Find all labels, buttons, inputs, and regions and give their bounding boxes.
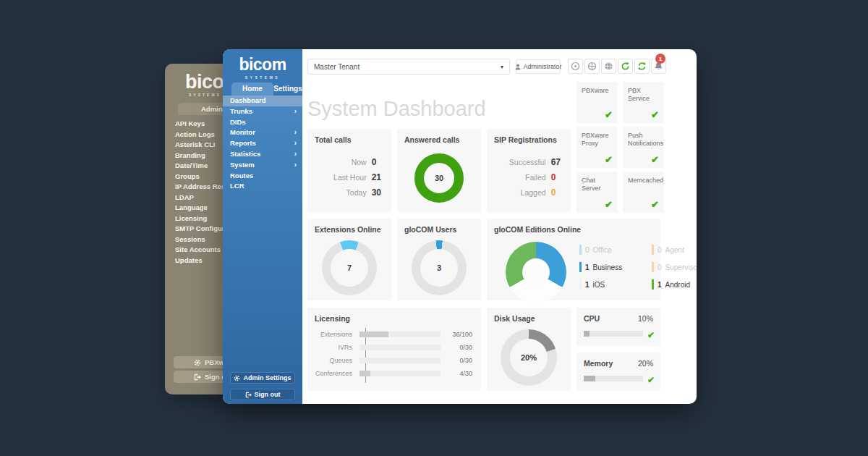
bicom-logo: bicom [223,55,302,75]
licensing-row-extensions: Extensions 36/100 [315,331,472,337]
glocom-editions-legend: 0 Office 1 Business 1 iOS 0 Agent 0 [579,245,697,290]
glocom-users-card: gloCOM Users 3 [397,219,481,300]
extensions-online-value: 7 [331,249,368,287]
memory-card: Memory 20% ✔ [576,352,660,391]
legend-item-office: 0 Office [579,245,643,255]
legend-item-business: 1 Business [579,262,643,272]
gear-icon [194,359,201,366]
sidebar-item-trunks[interactable]: Trunks› [223,106,302,117]
progress-bar [359,371,441,376]
memory-progress-bar [584,376,643,381]
chevron-right-icon: › [294,149,297,160]
extensions-online-donut: 7 [322,240,377,295]
target-dot-icon [571,62,580,71]
service-card-pbxware-proxy: PBXware Proxy ✔ [576,127,618,168]
licensing-row-queues: Queues 0/30 [315,357,472,363]
status-indicator-button[interactable] [568,59,583,74]
licensing-row-ivrs: IVRs 0/30 [315,344,472,350]
disk-usage-donut: 20% [501,329,557,386]
licensing-row-conferences: Conferences 4/30 [315,370,472,376]
service-card-pbx-service: PBX Service ✔ [623,82,664,123]
network-button[interactable] [584,59,600,74]
extensions-online-card: Extensions Online 7 [307,219,391,300]
sip-registrations-card: SIP Registrations Successful67 Failed0 L… [487,129,571,212]
sidebar-item-monitor[interactable]: Monitor› [223,127,302,138]
check-icon: ✔ [651,109,659,120]
legend-item-android: 1 Android [652,279,697,290]
check-icon: ✔ [647,375,655,385]
licensing-card: Licensing Extensions 36/100 IVRs 0/30 Qu… [307,308,481,391]
memory-value: 20% [638,359,653,368]
crosshair-globe-icon [587,62,597,71]
sync-icon [637,62,647,71]
sidebar-menu: Dashboard Trunks› DIDs Monitor› Reports›… [223,96,302,192]
globe-button[interactable] [601,59,616,74]
check-icon: ✔ [651,199,659,210]
chevron-right-icon: › [294,106,297,117]
glocom-editions-donut [506,242,566,303]
legend-swatch [579,279,582,290]
service-card-pbxware: PBXware ✔ [576,82,618,123]
licensing-rows: Extensions 36/100 IVRs 0/30 Queues 0/30 … [315,331,472,376]
bicom-logo-subtitle: SYSTEMS [189,93,221,97]
legend-item-ios: 1 iOS [579,279,643,290]
sidebar: bicom SYSTEMS Home Settings Dashboard Tr… [223,49,302,404]
glocom-editions-card: gloCOM Editions Online 0 Office 1 Busine… [487,219,660,300]
total-calls-card: Total calls Now0 Last Hour21 Today30 [307,129,391,212]
service-card-push-notifications: Push Notifications ✔ [623,127,664,168]
chevron-right-icon: › [294,160,297,171]
sidebar-item-lcr[interactable]: LCR [223,181,302,192]
progress-bar [359,358,441,363]
legend-swatch [652,262,654,272]
progress-bar [359,332,441,337]
sync-button[interactable] [634,59,650,74]
administrator-button[interactable]: Administrator [516,59,561,74]
service-card-chat-server: Chat Server ✔ [576,172,618,213]
total-calls-values: Now0 Last Hour21 Today30 [333,158,381,198]
pbxware-dashboard-window: bicom SYSTEMS Home Settings Dashboard Tr… [223,49,697,404]
chevron-right-icon: › [294,138,297,149]
user-icon [515,64,521,70]
globe-icon [604,62,613,71]
sidebar-item-dids[interactable]: DIDs [223,117,302,128]
glocom-users-donut: 3 [412,240,467,295]
admin-settings-button[interactable]: Admin Settings [230,372,295,384]
tab-settings[interactable]: Settings [273,83,302,96]
cpu-progress-bar [584,331,643,337]
check-icon: ✔ [651,154,659,165]
cpu-card: CPU 10% ✔ [576,308,660,346]
sidebar-item-routes[interactable]: Routes [223,171,302,182]
tenant-select[interactable]: Master Tenant ▾ [307,59,510,75]
sidebar-item-statistics[interactable]: Statistics› [223,149,302,160]
legend-swatch [652,279,654,290]
refresh-button[interactable] [618,59,633,74]
sidebar-tabs: Home Settings [223,83,302,96]
check-icon: ✔ [605,154,613,165]
sidebar-item-system[interactable]: System› [223,160,302,171]
glocom-users-value: 3 [420,249,458,287]
refresh-icon [621,62,630,71]
legend-item-agent: 0 Agent [652,245,697,255]
gear-icon [234,375,240,381]
sip-registrations-values: Successful67 Failed0 Lagged0 [509,158,561,198]
tab-home[interactable]: Home [231,83,273,96]
sign-out-icon [245,392,252,398]
legend-item-supervisor: 0 Supervisor [652,262,697,272]
answered-calls-card: Answered calls 30 [397,129,481,212]
cpu-value: 10% [638,314,653,323]
notification-badge[interactable]: 1 [655,54,665,64]
sidebar-item-reports[interactable]: Reports› [223,138,302,149]
sidebar-item-dashboard[interactable]: Dashboard [223,96,302,106]
page-title: System Dashboard [307,97,486,121]
legend-swatch [579,262,582,272]
disk-usage-card: Disk Usage 20% [487,308,571,391]
legend-swatch [652,245,654,255]
chevron-down-icon: ▾ [501,64,503,70]
legend-swatch [579,245,582,255]
service-card-memcached: Memcached ✔ [623,172,664,213]
sign-out-button[interactable]: Sign out [230,389,295,400]
progress-bar [359,345,441,350]
answered-calls-value: 30 [435,174,443,182]
answered-calls-donut: 30 [414,153,464,203]
disk-usage-value: 20% [510,339,548,376]
